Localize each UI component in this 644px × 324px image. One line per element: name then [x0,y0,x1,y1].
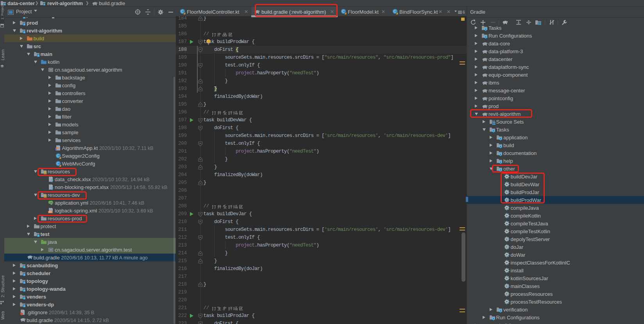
svg-text:?: ? [51,178,54,183]
svg-text:?: ? [51,186,54,191]
svg-text:<>: <> [49,211,52,214]
